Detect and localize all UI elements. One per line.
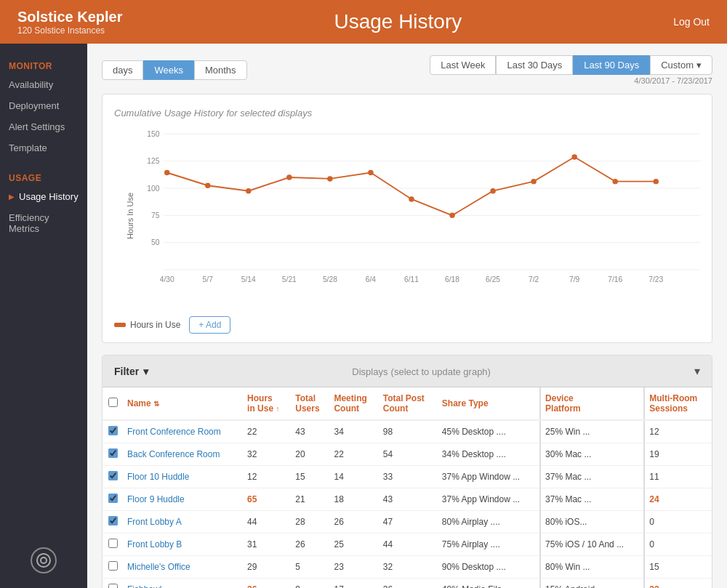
sidebar-item-alert-settings[interactable]: Alert Settings xyxy=(0,116,87,137)
row-hours: 29 xyxy=(243,556,291,579)
svg-text:75: 75 xyxy=(151,212,160,220)
svg-point-27 xyxy=(205,183,210,188)
row-checkbox[interactable] xyxy=(108,471,118,480)
svg-text:7/16: 7/16 xyxy=(608,275,622,283)
filter-button[interactable]: Filter ▾ xyxy=(114,366,148,377)
row-name[interactable]: Front Lobby B xyxy=(123,533,243,556)
row-checkbox[interactable] xyxy=(108,561,118,571)
svg-text:7/9: 7/9 xyxy=(569,275,580,283)
row-multi: 0 xyxy=(644,533,712,556)
row-checkbox[interactable] xyxy=(108,539,118,548)
page-title: Usage History xyxy=(334,10,462,33)
table-collapse-icon[interactable]: ▾ xyxy=(694,364,700,378)
filter-chevron-icon: ▾ xyxy=(143,366,148,377)
row-name[interactable]: Front Lobby A xyxy=(123,511,243,533)
row-multi: 0 xyxy=(644,511,712,533)
table-row: Floor 10 Huddle1215143337% App Window ..… xyxy=(103,466,712,488)
chart-area: Hours In Use 150 125 100 75 50 xyxy=(143,121,700,310)
brand-logo-icon xyxy=(31,547,57,573)
row-name[interactable]: Front Conference Room xyxy=(123,420,243,443)
range-buttons: Last Week Last 30 Days Last 90 Days Cust… xyxy=(430,55,712,75)
range-custom-button[interactable]: Custom ▾ xyxy=(650,55,712,75)
row-meeting: 17 xyxy=(329,579,378,589)
filter-label: Filter xyxy=(114,366,139,377)
row-device: 25% Win ... xyxy=(540,420,644,443)
row-checkbox-cell xyxy=(103,511,123,533)
row-multi: 19 xyxy=(644,443,712,466)
row-name[interactable]: Fishbowl xyxy=(123,579,243,589)
row-share: 90% Desktop .... xyxy=(438,556,540,579)
svg-text:7/23: 7/23 xyxy=(648,275,663,283)
row-users: 9 xyxy=(291,579,329,589)
select-all-header[interactable] xyxy=(103,387,123,420)
svg-text:7/2: 7/2 xyxy=(529,275,539,283)
row-meeting: 14 xyxy=(329,466,378,488)
row-name[interactable]: Back Conference Room xyxy=(123,443,243,466)
chart-legend: Hours in Use + Add xyxy=(114,316,700,334)
custom-label: Custom xyxy=(661,60,694,71)
sidebar-item-usage-history[interactable]: ▶ Usage History xyxy=(0,186,87,207)
table-section: Filter ▾ Displays (select to update grap… xyxy=(102,355,712,588)
row-checkbox[interactable] xyxy=(108,494,118,503)
row-checkbox[interactable] xyxy=(108,426,118,435)
sort-hours-icon[interactable]: ↑ xyxy=(276,405,279,413)
range-last-90-button[interactable]: Last 90 Days xyxy=(573,55,650,75)
chart-subtitle: for selected displays xyxy=(226,108,312,118)
sidebar-item-template[interactable]: Template xyxy=(0,137,87,158)
svg-text:50: 50 xyxy=(151,238,160,246)
table-row: Fishbowl369172640% Media File ...15% And… xyxy=(103,579,712,589)
row-name[interactable]: Floor 10 Huddle xyxy=(123,466,243,488)
sidebar-item-availability[interactable]: Availability xyxy=(0,74,87,95)
svg-text:6/4: 6/4 xyxy=(366,275,377,283)
custom-chevron-icon: ▾ xyxy=(696,60,702,71)
monitor-section-label: MONITOR xyxy=(0,55,87,74)
svg-point-32 xyxy=(409,196,414,201)
row-name[interactable]: Floor 9 Huddle xyxy=(123,488,243,511)
row-share: 40% Media File ... xyxy=(438,579,540,589)
add-series-button[interactable]: + Add xyxy=(189,316,230,334)
col-multi: Multi-RoomSessions xyxy=(644,387,712,420)
logout-button[interactable]: Log Out xyxy=(673,16,710,28)
col-users: TotalUsers xyxy=(291,387,329,420)
period-weeks-button[interactable]: Weeks xyxy=(143,60,194,80)
svg-point-1 xyxy=(41,557,47,563)
main-content: days Weeks Months Last Week Last 30 Days… xyxy=(87,44,727,588)
row-device: 37% Mac ... xyxy=(540,466,644,488)
row-name[interactable]: Michelle's Office xyxy=(123,556,243,579)
row-device: 75% iOS / 10 And ... xyxy=(540,533,644,556)
row-share: 37% App Window ... xyxy=(438,466,540,488)
row-checkbox-cell xyxy=(103,488,123,511)
svg-point-30 xyxy=(327,176,332,181)
row-checkbox[interactable] xyxy=(108,448,118,458)
legend-label: Hours in Use xyxy=(130,320,180,330)
legend-hours-in-use: Hours in Use xyxy=(114,320,180,330)
row-checkbox-cell xyxy=(103,443,123,466)
row-checkbox-cell xyxy=(103,533,123,556)
row-checkbox[interactable] xyxy=(108,516,118,525)
table-row: Front Lobby B3126254475% Airplay ....75%… xyxy=(103,533,712,556)
row-share: 37% App Window ... xyxy=(438,488,540,511)
sidebar-item-deployment[interactable]: Deployment xyxy=(0,95,87,116)
table-row: Front Conference Room2243349845% Desktop… xyxy=(103,420,712,443)
brand: Solstice Kepler 120 Solstice Instances xyxy=(17,9,123,36)
period-days-button[interactable]: days xyxy=(102,60,143,80)
row-device: 37% Mac ... xyxy=(540,488,644,511)
sort-name-icon[interactable]: ⇅ xyxy=(153,400,159,408)
legend-color-swatch xyxy=(114,323,126,327)
svg-point-26 xyxy=(164,170,169,175)
period-months-button[interactable]: Months xyxy=(194,60,247,80)
row-users: 5 xyxy=(291,556,329,579)
svg-point-28 xyxy=(246,188,251,193)
col-meeting: MeetingCount xyxy=(329,387,378,420)
select-all-checkbox[interactable] xyxy=(108,398,118,407)
row-checkbox[interactable] xyxy=(108,584,118,588)
displays-title: Displays (select to update graph) xyxy=(352,365,491,377)
range-last-week-button[interactable]: Last Week xyxy=(430,55,496,75)
svg-text:6/11: 6/11 xyxy=(404,275,419,283)
svg-point-38 xyxy=(654,179,659,184)
date-range-label: 4/30/2017 - 7/23/2017 xyxy=(634,76,712,85)
row-meeting: 22 xyxy=(329,443,378,466)
table-row: Floor 9 Huddle6521184337% App Window ...… xyxy=(103,488,712,511)
sidebar-item-efficiency-metrics[interactable]: Efficiency Metrics xyxy=(0,207,87,239)
range-last-30-button[interactable]: Last 30 Days xyxy=(496,55,573,75)
